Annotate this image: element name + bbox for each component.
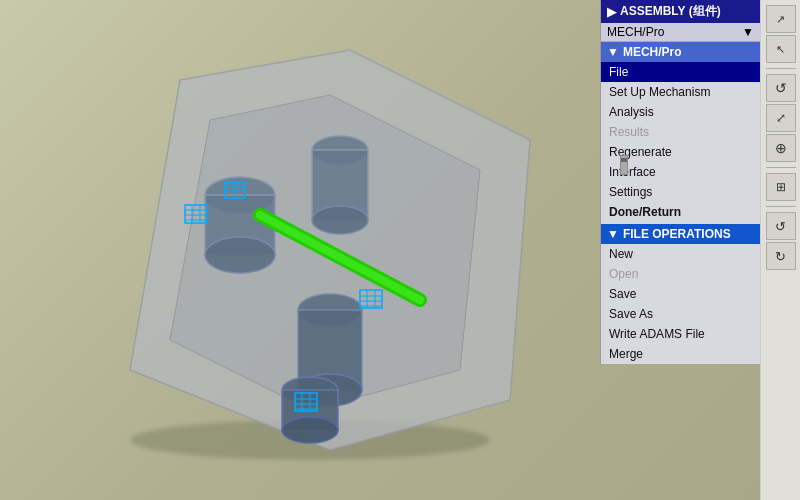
menu-item-settings[interactable]: Settings: [601, 182, 760, 202]
menu-item-done[interactable]: Done/Return: [601, 202, 760, 222]
separator-1: [766, 68, 796, 69]
menu-item-save[interactable]: Save: [601, 284, 760, 304]
undo-button[interactable]: ↺: [766, 212, 796, 240]
arrow-down-icon: ▼: [607, 45, 619, 59]
grid-tool-button[interactable]: ⊞: [766, 173, 796, 201]
arrow-down-icon-2: ▼: [607, 227, 619, 241]
mechpro-section: ▼ MECH/Pro: [601, 42, 760, 62]
menu-item-file[interactable]: File: [601, 62, 760, 82]
separator-3: [766, 206, 796, 207]
svg-point-3: [205, 237, 275, 273]
redo-button[interactable]: ↻: [766, 242, 796, 270]
right-toolbar: ↗ ↖ ↺ ⤢ ⊕ ⊞ ↺ ↻: [760, 0, 800, 500]
menu-item-results: Results: [601, 122, 760, 142]
scroll-indicator[interactable]: [620, 155, 628, 175]
menu-item-setup[interactable]: Set Up Mechanism: [601, 82, 760, 102]
menu-item-new[interactable]: New: [601, 244, 760, 264]
select-tool-button[interactable]: ↖: [766, 35, 796, 63]
pan-tool-button[interactable]: ⤢: [766, 104, 796, 132]
menu-panel: ▶ ASSEMBLY (组件) MECH/Pro ▼ ▼ MECH/Pro Fi…: [600, 0, 760, 364]
arrow-right-icon: ▶: [607, 5, 616, 19]
file-ops-header: ▼ FILE OPERATIONS: [601, 224, 760, 244]
rotate-tool-button[interactable]: ↺: [766, 74, 796, 102]
menu-item-write-adams[interactable]: Write ADAMS File: [601, 324, 760, 344]
svg-point-14: [282, 417, 338, 443]
zoom-tool-button[interactable]: ⊕: [766, 134, 796, 162]
menu-item-analysis[interactable]: Analysis: [601, 102, 760, 122]
menu-item-open: Open: [601, 264, 760, 284]
arrow-tool-button[interactable]: ↗: [766, 5, 796, 33]
dropdown-arrow-icon: ▼: [742, 25, 754, 39]
assembly-header: ▶ ASSEMBLY (组件): [601, 0, 760, 23]
menu-item-save-as[interactable]: Save As: [601, 304, 760, 324]
menu-item-merge[interactable]: Merge: [601, 344, 760, 364]
mechpro-dropdown[interactable]: MECH/Pro ▼: [601, 23, 760, 42]
svg-point-6: [312, 206, 368, 234]
separator-2: [766, 167, 796, 168]
